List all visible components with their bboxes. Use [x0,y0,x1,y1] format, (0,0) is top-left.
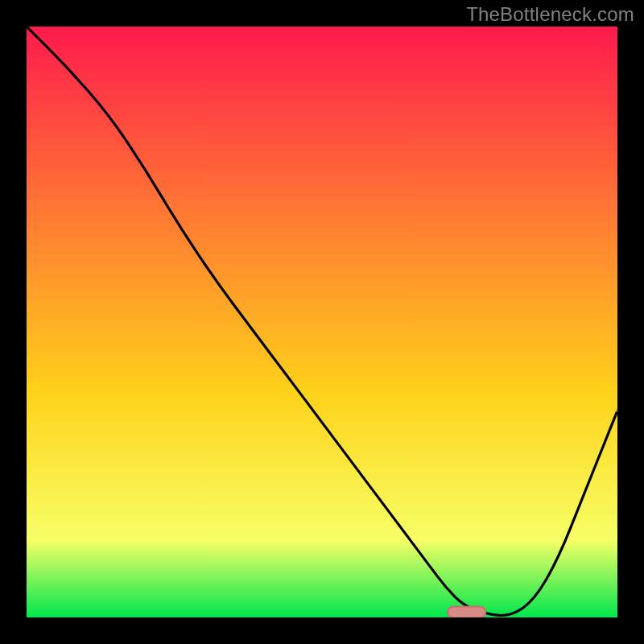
chart-frame: { "watermark": "TheBottleneck.com", "col… [0,0,644,644]
minimum-marker [448,606,485,617]
gradient-background [27,27,617,617]
watermark-text: TheBottleneck.com [466,3,634,26]
chart-svg [27,27,617,617]
plot-area [27,27,617,617]
